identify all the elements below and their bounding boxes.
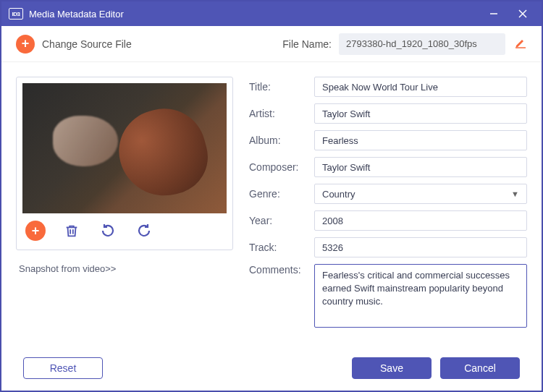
content-area: + Snapshot from video>> Title: <box>1 62 542 346</box>
app-logo-icon: ID3 <box>9 8 23 20</box>
album-label: Album: <box>249 135 314 146</box>
save-button[interactable]: Save <box>352 357 432 379</box>
change-source-link[interactable]: Change Source File <box>42 38 132 50</box>
chevron-down-icon: ▼ <box>511 189 519 198</box>
track-label: Track: <box>249 242 314 253</box>
metadata-form: Title: Artist: Album: Composer: Genre: C… <box>249 77 527 338</box>
comments-textarea[interactable] <box>314 264 527 328</box>
minimize-button[interactable] <box>479 1 508 26</box>
footer: Reset Save Cancel <box>1 346 542 391</box>
album-input[interactable] <box>314 130 527 150</box>
track-input[interactable] <box>314 237 527 257</box>
reset-button[interactable]: Reset <box>23 357 103 379</box>
year-input[interactable] <box>314 210 527 231</box>
title-bar: ID3 Media Metadata Editor <box>1 1 542 26</box>
thumbnail-card: + <box>16 77 233 250</box>
add-source-button[interactable]: + <box>16 35 35 54</box>
window-title: Media Metadata Editor <box>29 9 479 20</box>
edit-filename-icon[interactable] <box>514 36 527 52</box>
close-button[interactable] <box>508 1 537 26</box>
genre-select[interactable]: Country ▼ <box>314 184 527 204</box>
app-window: ID3 Media Metadata Editor + Change Sourc… <box>0 0 543 392</box>
file-name-input[interactable] <box>339 33 505 55</box>
title-input[interactable] <box>314 77 527 97</box>
artist-input[interactable] <box>314 103 527 124</box>
rotate-left-button[interactable] <box>98 221 118 241</box>
snapshot-link[interactable]: Snapshot from video>> <box>16 263 233 274</box>
file-name-label: File Name: <box>282 38 332 50</box>
toolbar: + Change Source File File Name: <box>1 26 542 62</box>
year-label: Year: <box>249 215 314 226</box>
title-label: Title: <box>249 81 314 93</box>
genre-value: Country <box>322 189 355 200</box>
thumbnail-add-button[interactable]: + <box>25 221 46 241</box>
composer-label: Composer: <box>249 161 314 173</box>
left-panel: + Snapshot from video>> <box>16 77 233 338</box>
cancel-button[interactable]: Cancel <box>440 357 520 379</box>
genre-label: Genre: <box>249 188 314 200</box>
thumbnail-delete-button[interactable] <box>62 221 82 241</box>
comments-label: Comments: <box>249 264 314 276</box>
video-thumbnail <box>22 83 227 213</box>
artist-label: Artist: <box>249 108 314 119</box>
rotate-right-button[interactable] <box>134 221 154 241</box>
composer-input[interactable] <box>314 157 527 177</box>
thumbnail-toolbar: + <box>22 213 227 244</box>
